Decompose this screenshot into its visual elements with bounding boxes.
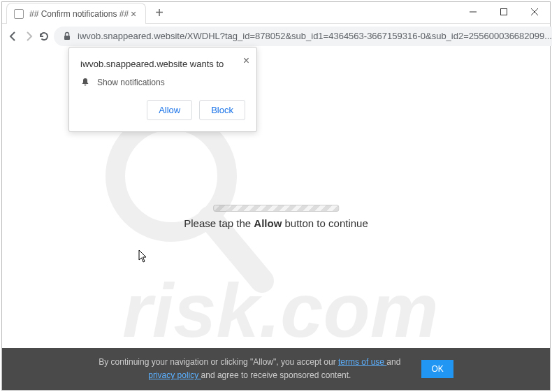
permission-dialog: × iwvob.snappeared.website wants to Show…	[68, 47, 257, 132]
msg-pre: Please tap the	[184, 217, 254, 229]
maximize-button[interactable]	[488, 2, 519, 22]
progress-bar	[213, 205, 339, 212]
cursor-icon	[138, 249, 148, 263]
privacy-link[interactable]: privacy policy	[148, 370, 201, 380]
dialog-close-icon[interactable]: ×	[243, 55, 249, 67]
new-tab-button[interactable]: +	[150, 3, 168, 22]
msg-post: button to continue	[282, 217, 368, 229]
close-window-button[interactable]	[519, 2, 550, 22]
permission-buttons: Allow Block	[80, 100, 245, 120]
minimize-button[interactable]	[458, 2, 488, 22]
svg-rect-1	[501, 9, 507, 15]
consent-footer: By continuing your navigation or clickin…	[2, 348, 550, 390]
instruction-text: Please tap the Allow button to continue	[184, 217, 368, 229]
titlebar: ## Confirm notifications ## × +	[2, 2, 550, 23]
tab-close-icon[interactable]: ×	[129, 9, 138, 19]
browser-window: ## Confirm notifications ## × + iwvob.sn…	[1, 1, 551, 391]
url-text: iwvob.snappeared.website/XWDHL?tag_id=87…	[78, 31, 552, 41]
svg-text:risk.com: risk.com	[122, 267, 438, 353]
permission-origin: iwvob.snappeared.website wants to	[80, 59, 245, 69]
permission-label: Show notifications	[97, 78, 165, 87]
page-content: risk.com × iwvob.snappeared.website want…	[2, 48, 550, 390]
browser-tab[interactable]: ## Confirm notifications ## ×	[6, 3, 146, 24]
toolbar: iwvob.snappeared.website/XWDHL?tag_id=87…	[2, 23, 550, 48]
msg-bold: Allow	[254, 217, 282, 229]
tab-favicon	[14, 9, 24, 19]
window-controls	[458, 2, 550, 22]
address-bar[interactable]: iwvob.snappeared.website/XWDHL?tag_id=87…	[54, 27, 552, 46]
permission-row: Show notifications	[80, 78, 245, 87]
ok-button[interactable]: OK	[421, 360, 453, 378]
center-message: Please tap the Allow button to continue	[184, 205, 368, 229]
svg-rect-4	[64, 36, 70, 40]
block-button[interactable]: Block	[199, 100, 245, 120]
allow-button[interactable]: Allow	[147, 100, 192, 120]
tab-title: ## Confirm notifications ##	[29, 9, 129, 19]
back-button[interactable]	[8, 27, 19, 46]
forward-button[interactable]	[23, 27, 34, 46]
terms-link[interactable]: terms of use	[338, 357, 386, 367]
footer-text: By continuing your navigation or clickin…	[99, 356, 400, 382]
bell-icon	[80, 78, 90, 87]
lock-icon	[62, 31, 72, 41]
reload-button[interactable]	[38, 27, 50, 46]
